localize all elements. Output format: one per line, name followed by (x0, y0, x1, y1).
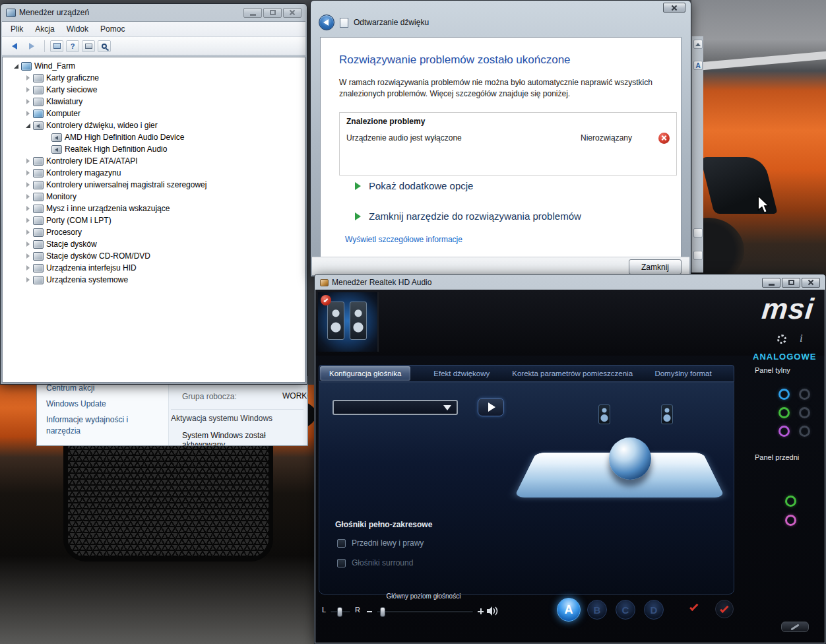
view-detailed-info-link[interactable]: Wyświetl szczegółowe informacje (345, 235, 462, 244)
tree-item[interactable]: Porty (COM i LPT) (3, 214, 305, 226)
expand-arrow-icon[interactable] (24, 218, 32, 223)
back-button[interactable] (7, 40, 22, 53)
volume-minus-icon[interactable] (367, 611, 372, 612)
tab-sound-effect[interactable]: Efekt dźwiękowy (411, 366, 512, 381)
tree-item[interactable]: Kontrolery IDE ATA/ATAPI (3, 155, 305, 167)
sidebar-item-windows-update[interactable]: Windows Update (42, 396, 154, 412)
tree-item[interactable]: Urządzenia interfejsu HID (3, 262, 305, 274)
audio-jack-icon[interactable] (778, 407, 790, 418)
tree-item[interactable]: Klawiatury (3, 96, 305, 108)
back-button[interactable] (319, 15, 334, 30)
expand-arrow-icon[interactable] (24, 99, 32, 104)
show-more-options-link[interactable]: Pokaż dodatkowe opcje (355, 180, 473, 191)
right-speaker-visual[interactable] (661, 404, 673, 424)
tree-item[interactable]: Komputer (3, 108, 305, 119)
port-indicator-c[interactable]: C (616, 600, 635, 620)
expand-arrow-icon[interactable] (24, 182, 32, 187)
expand-arrow-icon[interactable] (24, 87, 32, 92)
tree-item[interactable]: Kontrolery uniwersalnej magistrali szere… (3, 179, 305, 191)
close-troubleshooter-link[interactable]: Zamknij narzędzie do rozwiązywania probl… (355, 210, 581, 222)
tab-speaker-configuration[interactable]: Konfiguracja głośnika (320, 366, 410, 381)
port-indicator-b[interactable]: B (587, 600, 607, 620)
volume-plus-icon[interactable] (478, 608, 484, 614)
connector-settings-button[interactable] (781, 622, 809, 632)
balance-slider-thumb[interactable] (337, 607, 342, 617)
speaker-device-tile[interactable] (318, 292, 379, 352)
expand-arrow-icon[interactable] (24, 194, 32, 199)
surround-checkbox[interactable] (337, 559, 346, 567)
info-icon[interactable]: i (800, 332, 803, 345)
audio-jack-icon[interactable] (799, 407, 810, 418)
expand-arrow-icon[interactable] (24, 111, 32, 116)
maximize-button[interactable] (263, 8, 282, 18)
expand-arrow-icon[interactable] (24, 206, 32, 211)
menu-action[interactable]: Akcja (29, 22, 60, 36)
expand-arrow-icon[interactable] (24, 242, 32, 247)
scroll-up-icon[interactable] (693, 40, 703, 49)
close-button[interactable] (802, 278, 820, 288)
expand-arrow-icon[interactable] (24, 230, 32, 235)
listener-sphere-visual[interactable] (609, 437, 651, 480)
surround-option[interactable]: Głośniki surround (337, 558, 413, 567)
speaker-volume-icon[interactable] (487, 606, 499, 616)
tree-item[interactable]: Urządzenia systemowe (3, 274, 305, 286)
tree-item[interactable]: Kontrolery magazynu (3, 167, 305, 179)
audio-jack-icon[interactable] (799, 389, 810, 400)
tree-item[interactable]: Procesory (3, 226, 305, 238)
close-dialog-button[interactable]: Zamknij (629, 259, 682, 274)
expand-arrow-icon[interactable] (24, 277, 32, 282)
menu-help[interactable]: Pomoc (94, 22, 131, 36)
properties-button[interactable] (82, 40, 95, 52)
expand-arrow-icon[interactable] (24, 75, 32, 80)
speaker-select-dropdown[interactable] (333, 400, 458, 415)
console-window-button[interactable] (50, 40, 63, 52)
balance-slider-track[interactable] (330, 610, 351, 613)
tree-item[interactable]: Monitory (3, 191, 305, 203)
audio-jack-icon[interactable] (778, 426, 790, 437)
troubleshooter-titlebar[interactable]: Odtwarzanie dźwięku (311, 1, 691, 35)
toolbar-tile-icon[interactable] (693, 251, 703, 260)
font-size-button[interactable]: A (693, 61, 703, 70)
volume-slider-track[interactable] (376, 610, 474, 613)
front-pair-option[interactable]: Przedni lewy i prawy (337, 538, 424, 548)
tree-item[interactable]: Wind_Farm (3, 60, 305, 72)
port-indicator-d[interactable]: D (644, 600, 664, 620)
tree-item[interactable]: Realtek High Definition Audio (3, 143, 305, 155)
minimize-button[interactable] (243, 8, 262, 18)
apply-check-button[interactable] (715, 600, 734, 618)
tree-item[interactable]: AMD High Definition Audio Device (3, 131, 305, 143)
audio-jack-icon[interactable] (785, 496, 796, 507)
front-pair-checkbox[interactable] (337, 539, 346, 548)
audio-jack-icon[interactable] (799, 426, 810, 437)
close-button[interactable] (283, 8, 302, 18)
device-settings-gear-icon[interactable] (777, 335, 786, 344)
scan-hardware-button[interactable] (98, 40, 111, 52)
test-play-button[interactable] (478, 398, 504, 416)
port-indicator-a[interactable]: A (557, 598, 581, 622)
tree-item[interactable]: Stacje dysków CD-ROM/DVD (3, 250, 305, 262)
forward-button[interactable] (24, 40, 39, 53)
tab-default-format[interactable]: Domyślny format (633, 366, 734, 381)
maximize-button[interactable] (782, 278, 800, 288)
help-button[interactable]: ? (66, 40, 79, 52)
expand-arrow-icon[interactable] (24, 158, 32, 164)
tree-item[interactable]: Karty sieciowe (3, 84, 305, 96)
expand-arrow-icon[interactable] (24, 253, 32, 259)
menu-view[interactable]: Widok (61, 22, 94, 36)
tree-item[interactable]: Karty graficzne (3, 72, 305, 84)
volume-slider-thumb[interactable] (380, 607, 385, 617)
tree-item[interactable]: Stacje dysków (3, 238, 305, 250)
minimize-button[interactable] (762, 278, 780, 288)
realtek-titlebar[interactable]: Menedżer Realtek HD Audio (315, 274, 825, 289)
audio-jack-icon[interactable] (785, 515, 796, 526)
audio-jack-icon[interactable] (778, 389, 790, 400)
expand-arrow-icon[interactable] (24, 123, 32, 128)
close-button[interactable] (663, 3, 685, 13)
sidebar-item-performance-info[interactable]: Informacje wydajności i narzędzia (42, 412, 154, 438)
tab-room-correction[interactable]: Korekta parametrów pomieszczenia (512, 366, 633, 381)
expand-arrow-icon[interactable] (24, 170, 32, 176)
tree-item[interactable]: Mysz i inne urządzenia wskazujące (3, 203, 305, 214)
device-manager-titlebar[interactable]: Menedżer urządzeń (1, 4, 307, 21)
tree-item[interactable]: Kontrolery dźwięku, wideo i gier (3, 119, 305, 131)
toolbar-tile-icon[interactable] (693, 228, 703, 238)
